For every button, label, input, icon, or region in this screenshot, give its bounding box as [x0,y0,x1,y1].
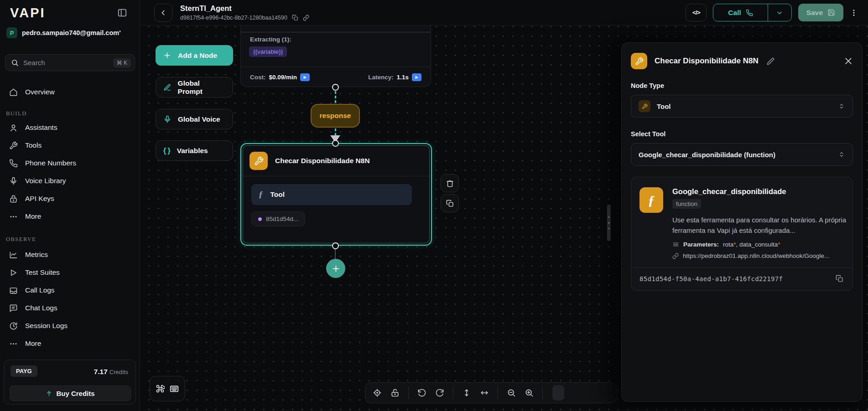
function-icon: ƒ [639,187,663,213]
sidebar-item-api-keys[interactable]: API Keys [5,191,135,206]
output-port[interactable] [332,84,339,91]
search-input[interactable]: Search ⌘ K [5,54,135,71]
page-title: SternTI_Agent [180,4,309,13]
section-observe: OBSERVE [6,236,36,243]
sidebar-item-voice-library[interactable]: Voice Library [5,174,135,188]
latency-label: Latency: [368,74,394,81]
call-button[interactable]: Call [713,4,767,21]
search-placeholder: Search [23,59,109,67]
search-icon [11,59,19,67]
copy-tool-id-button[interactable] [836,275,843,283]
arrow-up-icon [46,390,52,397]
node-id-pill[interactable]: 85d1d54d... [251,211,305,226]
user-email: pedro.sampaio740@gmail.com' [22,29,121,36]
plan-badge: PAYG [10,365,37,377]
tool-select[interactable]: Google_checar_disponibilidade (function) [631,143,853,166]
extract-node[interactable]: Extracting (1): {{variable}} Cost: $0.09… [240,25,431,87]
unlock-icon [390,388,400,397]
lock-canvas-button[interactable] [390,388,400,397]
close-panel-button[interactable] [844,57,853,66]
rename-node-button[interactable] [767,57,774,65]
user-account[interactable]: P pedro.sampaio740@gmail.com' [6,27,136,38]
play-icon [9,268,18,277]
global-prompt-button[interactable]: Global Prompt [156,77,233,98]
zoom-out-icon [507,388,516,397]
link-icon[interactable] [303,15,309,21]
sidebar-item-phone-numbers[interactable]: Phone Numbers [5,156,135,170]
webhook-url: https://pedrobraz01.app.n8n.cloud/webhoo… [683,252,829,259]
panel-resize-handle[interactable] [607,205,611,241]
buy-credits-button[interactable]: Buy Credits [10,385,131,401]
code-view-button[interactable]: </> [686,4,707,21]
zoom-in-button[interactable] [525,388,534,397]
node-type-select[interactable]: Tool [631,95,853,118]
add-node-button[interactable]: Add a Node [156,45,233,66]
back-button[interactable] [154,4,172,22]
link-icon [672,253,679,259]
keyboard-icon [169,384,179,394]
top-header: SternTI_Agent d9817f54-e996-42bc-8b27-12… [140,0,868,26]
tool-node-selected[interactable]: Checar Disponibilidade N8N ƒ Tool 85d1d5… [240,143,432,246]
sidebar-item-chat-logs[interactable]: Chat Logs [5,301,135,315]
cost-play-button[interactable]: ▶ [300,73,310,81]
sidebar-item-metrics[interactable]: Metrics [5,247,135,262]
save-button[interactable]: Save [798,4,843,21]
variables-button[interactable]: { } Variables [156,140,233,161]
fit-view-button[interactable] [373,388,382,397]
command-icon [156,384,165,393]
delete-node-button[interactable] [441,174,459,192]
tool-card[interactable]: ƒ Google_checar_disponibilidade function… [631,177,853,291]
sidebar-item-more-build[interactable]: More [5,209,135,224]
undo-button[interactable] [417,388,426,397]
mic-icon [9,177,18,185]
history-icon [9,322,18,330]
redo-button[interactable] [435,388,444,397]
plus-icon [163,51,172,60]
sidebar-item-test-suites[interactable]: Test Suites [5,265,135,280]
pencil-icon [767,57,774,65]
copy-id-icon[interactable] [292,15,298,21]
latency-play-button[interactable]: ▶ [412,73,421,81]
wrench-icon [9,141,18,150]
keyboard-shortcuts-button[interactable] [150,376,185,401]
variable-badge: {{variable}} [249,46,287,57]
cost-value: $0.09/min [269,74,297,81]
sidebar-item-call-logs[interactable]: Call Logs [5,283,135,298]
input-port[interactable] [332,140,339,147]
plan-card: PAYG 7.17Credits Buy Credits [4,360,136,405]
duplicate-node-button[interactable] [441,194,459,212]
tool-name: Google_checar_disponibilidade [672,187,843,196]
sidebar-item-assistants[interactable]: Assistants [5,120,135,135]
latency-value: 1.1s [397,74,409,81]
call-options-button[interactable] [768,4,791,21]
chevron-down-icon [776,9,783,16]
sidebar-item-session-logs[interactable]: Session Logs [5,319,135,333]
sidebar-item-tools[interactable]: Tools [5,138,135,153]
zoom-level-button[interactable] [552,385,564,401]
global-voice-button[interactable]: Global Voice [156,109,233,129]
sidebar-collapse-icon[interactable] [116,6,129,19]
node-config-panel: Checar Disponibilidade N8N Node Type Too… [621,42,863,402]
credits-value: 7.17Credits [94,368,128,376]
horizontal-layout-button[interactable] [480,388,489,397]
connector-line [335,248,336,260]
panel-title: Checar Disponibilidade N8N [655,57,759,66]
node-bottom-port[interactable] [332,242,339,249]
edge-label[interactable]: response [311,104,360,128]
pencil-icon [163,83,172,92]
avatar: P [6,27,17,38]
zoom-out-button[interactable] [507,388,516,397]
save-icon [827,9,835,16]
add-next-node-button[interactable] [326,259,345,278]
ellipsis-icon [9,339,18,348]
sidebar-item-overview[interactable]: Overview [5,85,135,99]
node-type-label: Node Type [631,82,853,89]
parameters-label: Parameters: [683,241,719,248]
more-menu-button[interactable] [850,4,858,21]
node-tool-row[interactable]: ƒ Tool [251,184,412,205]
extract-label: Extracting (1): [250,36,291,43]
vertical-layout-button[interactable] [462,388,471,397]
sidebar-item-more-observe[interactable]: More [5,336,135,351]
status-dot-icon [258,217,262,221]
wrench-icon [639,100,650,112]
